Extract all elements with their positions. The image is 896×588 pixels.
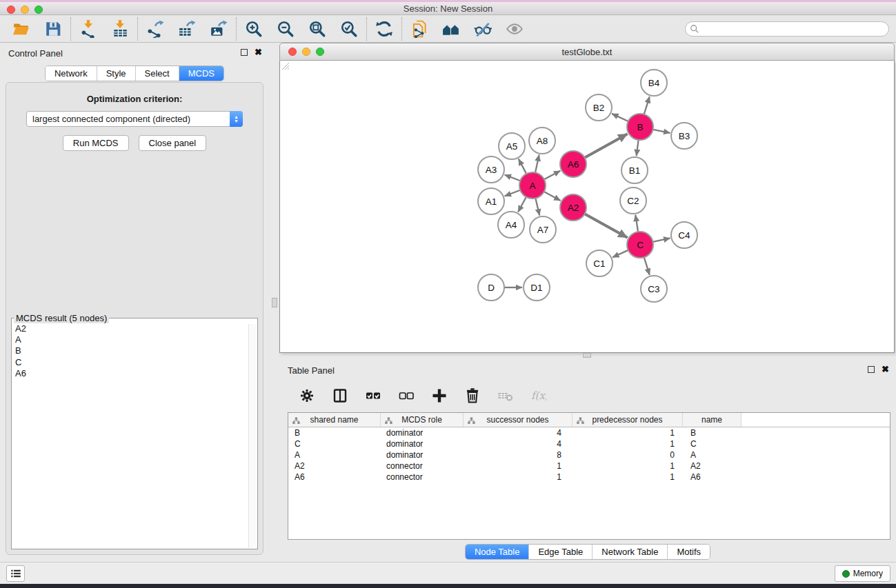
vertical-splitter-handle[interactable] (272, 298, 277, 307)
edge-C-C1[interactable] (613, 250, 628, 257)
close-panel-button[interactable]: Close panel (139, 135, 207, 151)
node-A1[interactable]: A1 (478, 188, 504, 214)
node-C1[interactable]: C1 (586, 250, 613, 276)
node-B3[interactable]: B3 (671, 123, 697, 149)
deselect-all-icon[interactable] (398, 387, 415, 404)
edge-A-A4[interactable] (518, 197, 526, 212)
zoom-in-icon[interactable] (245, 20, 263, 38)
edge-C-C3[interactable] (644, 257, 650, 275)
export-image-icon[interactable] (210, 20, 228, 38)
edge-A-A7[interactable] (535, 198, 539, 215)
memory-button[interactable]: Memory (835, 565, 890, 582)
export-network-icon[interactable] (146, 20, 164, 38)
table-settings-icon[interactable] (299, 387, 315, 404)
node-C[interactable]: C (627, 232, 653, 258)
column-header-MCDS-role[interactable]: MCDS role (381, 413, 464, 427)
node-C4[interactable]: C4 (671, 222, 697, 248)
node-C2[interactable]: C2 (620, 187, 646, 214)
edge-A6-B[interactable] (585, 134, 628, 158)
node-D[interactable]: D (478, 274, 504, 301)
node-A[interactable]: A (519, 172, 546, 199)
node-B[interactable]: B (627, 114, 653, 140)
node-A2[interactable]: A2 (560, 194, 586, 221)
node-D1[interactable]: D1 (524, 274, 550, 301)
table-row[interactable]: Bdominator41B (288, 427, 890, 438)
mcds-result-item[interactable]: A2 (12, 323, 248, 334)
table-tab-network-table[interactable]: Network Table (592, 545, 667, 559)
import-network-icon[interactable] (79, 20, 97, 38)
show-eye-icon[interactable] (506, 20, 524, 38)
edge-B-B3[interactable] (653, 130, 670, 133)
edge-A-A6[interactable] (544, 171, 561, 179)
mcds-result-item[interactable]: B (12, 345, 248, 356)
run-mcds-button[interactable]: Run MCDS (63, 135, 129, 151)
column-header-name[interactable]: name (683, 413, 741, 427)
node-A5[interactable]: A5 (499, 133, 525, 159)
table-row[interactable]: Adominator80A (288, 449, 890, 460)
edge-A-A2[interactable] (544, 192, 561, 201)
edge-C-C4[interactable] (653, 238, 670, 241)
node-A8[interactable]: A8 (529, 128, 555, 154)
tab-select[interactable]: Select (135, 66, 179, 81)
table-row[interactable]: Cdominator41C (288, 438, 890, 449)
tab-network[interactable]: Network (46, 66, 97, 81)
edge-B-B4[interactable] (644, 97, 650, 114)
delete-column-icon[interactable] (464, 387, 481, 404)
network-graph[interactable]: B4B2BB3A5A8A6A3AB1A1C2A2A4A7C4CC1DD1C3 (280, 61, 894, 352)
refresh-icon[interactable] (375, 20, 393, 38)
node-B2[interactable]: B2 (586, 94, 612, 121)
node-A6[interactable]: A6 (560, 151, 586, 177)
table-tab-node-table[interactable]: Node Table (466, 545, 529, 559)
zoom-fit-icon[interactable] (308, 20, 326, 38)
network-window-titlebar[interactable]: testGlobe.txt (279, 43, 895, 61)
float-panel-icon[interactable] (241, 49, 248, 56)
edge-A-A5[interactable] (519, 159, 526, 174)
add-column-icon[interactable] (431, 387, 448, 404)
clone-network-icon[interactable] (410, 20, 428, 38)
search-input[interactable] (699, 24, 888, 34)
hide-details-icon[interactable] (474, 20, 492, 38)
node-A3[interactable]: A3 (478, 156, 504, 183)
edge-B-B1[interactable] (637, 140, 639, 156)
table-tab-motifs[interactable]: Motifs (667, 545, 710, 559)
float-table-panel-icon[interactable] (868, 366, 875, 373)
zoom-out-icon[interactable] (277, 20, 295, 38)
network-canvas[interactable]: B4B2BB3A5A8A6A3AB1A1C2A2A4A7C4CC1DD1C3 (279, 61, 895, 353)
resize-grip-icon[interactable] (280, 61, 289, 70)
mcds-result-item[interactable]: C (12, 357, 248, 368)
edge-C-C2[interactable] (635, 215, 638, 232)
edge-A-A3[interactable] (505, 175, 521, 181)
table-row[interactable]: A2connector11A2 (288, 460, 890, 472)
node-A4[interactable]: A4 (498, 212, 524, 238)
column-header-successor-nodes[interactable]: successor nodes (464, 413, 573, 427)
task-history-button[interactable] (6, 565, 25, 582)
save-session-icon[interactable] (44, 20, 62, 38)
home-icon[interactable] (442, 20, 460, 38)
node-B4[interactable]: B4 (641, 70, 667, 96)
column-header-predecessor-nodes[interactable]: predecessor nodes (573, 413, 683, 427)
edge-A-A8[interactable] (535, 155, 539, 173)
node-A7[interactable]: A7 (530, 216, 556, 243)
node-B1[interactable]: B1 (621, 157, 648, 183)
edge-A2-C[interactable] (585, 214, 628, 238)
table-row[interactable]: A6connector11A6 (288, 472, 890, 483)
tab-style[interactable]: Style (97, 66, 135, 81)
search-box[interactable] (685, 21, 889, 37)
table-tab-edge-table[interactable]: Edge Table (528, 545, 592, 559)
mcds-result-item[interactable]: A6 (12, 368, 248, 379)
mcds-list-scrollbar[interactable] (248, 324, 257, 548)
import-table-icon[interactable] (111, 20, 129, 38)
edge-A-A1[interactable] (505, 190, 521, 196)
close-table-panel-icon[interactable]: ✖ (882, 366, 889, 373)
node-C3[interactable]: C3 (641, 276, 667, 302)
close-panel-icon[interactable]: ✖ (255, 49, 262, 56)
edge-B-B2[interactable] (612, 114, 628, 121)
mcds-result-list[interactable]: A2ABCA6 (12, 323, 248, 549)
zoom-selected-icon[interactable] (340, 20, 358, 38)
optimization-dropdown[interactable]: largest connected component (directed) ▲… (26, 111, 243, 127)
tab-mcds[interactable]: MCDS (179, 66, 223, 81)
mcds-result-item[interactable]: A (12, 334, 248, 345)
select-all-icon[interactable] (365, 387, 381, 404)
export-table-icon[interactable] (178, 20, 196, 38)
show-columns-icon[interactable] (332, 387, 348, 404)
